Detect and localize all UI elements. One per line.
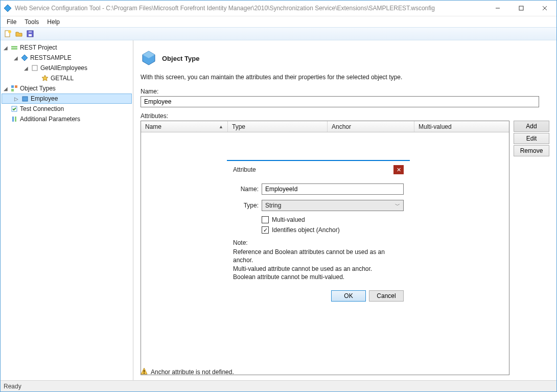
multi-valued-label: Multi-valued [272,216,305,223]
expander-icon[interactable]: ▷ [13,96,19,102]
svg-point-6 [8,30,11,33]
section-description: With this screen, you can maintain the a… [141,74,549,81]
note-line: Boolean attribute cannot be multi-valued… [233,273,404,281]
multi-valued-checkbox[interactable] [262,216,269,223]
col-name-label: Name [145,123,161,130]
svg-marker-0 [4,5,11,12]
cancel-button[interactable]: Cancel [369,290,404,302]
svg-rect-17 [11,89,14,91]
minimize-button[interactable] [486,1,509,16]
object-type-icon [141,50,157,67]
svg-rect-9 [29,31,32,33]
svg-marker-12 [21,55,28,61]
content-pane: Object Type With this screen, you can ma… [133,40,556,380]
menu-help[interactable]: Help [43,17,64,27]
tree-employee[interactable]: ▷ Employee [2,94,132,104]
col-type[interactable]: Type [228,121,328,132]
tree-label: GetAllEmployees [40,64,87,72]
tree-label: Employee [31,95,58,102]
svg-rect-15 [11,85,14,88]
test-connection-icon [10,105,18,113]
rest-project-icon [10,43,18,52]
tree-label: GETALL [51,75,74,82]
tree-getallemployees[interactable]: ◢ GetAllEmployees [2,63,132,73]
tree-test-connection[interactable]: Test Connection [2,104,132,114]
attributes-area: Name ▲ Type Anchor Multi-valued Attribut… [141,121,549,375]
anchor-row[interactable]: Identifies object (Anchor) [262,226,404,234]
edit-button[interactable]: Edit [514,133,549,144]
dialog-note: Note: Reference and Boolean attributes c… [233,239,404,281]
window-controls [486,1,556,16]
tree-additional-parameters[interactable]: Additional Parameters [2,114,132,124]
svg-rect-13 [32,65,37,71]
note-line: Multi-valued attribute cannot be used as… [233,265,404,273]
section-header: Object Type [141,50,549,67]
expander-icon[interactable]: ◢ [3,45,9,51]
expander-icon[interactable]: ◢ [3,86,9,91]
tree-label: Additional Parameters [20,116,80,123]
sort-asc-icon: ▲ [219,124,223,129]
app-icon [4,4,12,12]
section-title: Object Type [162,55,199,62]
tree-rest-project[interactable]: ◢ REST Project [2,42,132,53]
col-name[interactable]: Name ▲ [141,121,228,132]
svg-rect-11 [11,48,17,50]
star-icon [41,74,49,82]
dialog-title: Attribute [233,166,256,173]
menubar: File Tools Help [1,16,556,27]
tree-getall[interactable]: GETALL [2,73,132,83]
warning-text: Anchor attribute is not defined. [151,368,234,376]
dialog-type-label: Type: [233,202,259,209]
dialog-type-select[interactable]: String ﹀ [262,200,404,211]
anchor-checkbox[interactable] [262,226,269,234]
dialog-name-input[interactable] [262,183,404,195]
svg-rect-16 [15,85,17,88]
operation-icon [31,64,39,72]
new-file-icon[interactable] [4,30,12,38]
attributes-label: Attributes: [141,112,549,120]
attribute-buttons: Add Edit Remove [514,121,549,375]
note-line: Reference and Boolean attributes cannot … [233,248,404,264]
menu-file[interactable]: File [3,17,20,27]
toolbar [1,27,556,40]
warning-row: Anchor attribute is not defined. [141,367,234,376]
attribute-dialog: Attribute ✕ Name: Type: String ﹀ [227,160,410,309]
col-multivalued[interactable]: Multi-valued [414,121,509,132]
tree-label: Object Types [20,85,56,92]
svg-rect-10 [11,46,17,48]
ok-button[interactable]: OK [331,290,366,302]
tree-object-types[interactable]: ◢ Object Types [2,83,132,94]
svg-rect-2 [519,6,523,10]
cube-icon [21,95,29,103]
dialog-name-label: Name: [233,186,259,193]
parameters-icon [10,115,18,123]
add-button[interactable]: Add [514,121,549,132]
expander-icon[interactable]: ◢ [23,65,29,71]
name-label: Name: [141,88,549,95]
save-icon[interactable] [26,30,34,38]
body-area: ◢ REST Project ◢ RESTSAMPLE ◢ GetAllEmpl… [1,40,556,380]
tree-pane: ◢ REST Project ◢ RESTSAMPLE ◢ GetAllEmpl… [1,40,133,380]
tree-restsample[interactable]: ◢ RESTSAMPLE [2,53,132,63]
menu-tools[interactable]: Tools [20,17,43,27]
expander-icon[interactable]: ◢ [13,55,19,61]
svg-rect-25 [144,370,145,372]
window-title: Web Service Configuration Tool - C:\Prog… [15,5,486,12]
multi-valued-row[interactable]: Multi-valued [262,216,404,223]
service-icon [20,54,29,62]
open-folder-icon[interactable] [15,30,23,38]
close-button[interactable] [533,1,556,16]
svg-rect-8 [29,34,32,36]
attributes-table[interactable]: Name ▲ Type Anchor Multi-valued Attribut… [141,121,509,375]
dialog-close-button[interactable]: ✕ [393,165,404,174]
attributes-table-header: Name ▲ Type Anchor Multi-valued [141,121,509,132]
col-anchor[interactable]: Anchor [328,121,414,132]
name-input[interactable] [141,96,539,107]
anchor-label: Identifies object (Anchor) [272,226,340,234]
tree-label: RESTSAMPLE [30,54,72,61]
statusbar: Ready [1,380,556,391]
svg-rect-21 [15,117,16,122]
remove-button[interactable]: Remove [514,145,549,156]
svg-marker-14 [42,75,48,81]
maximize-button[interactable] [509,1,533,16]
